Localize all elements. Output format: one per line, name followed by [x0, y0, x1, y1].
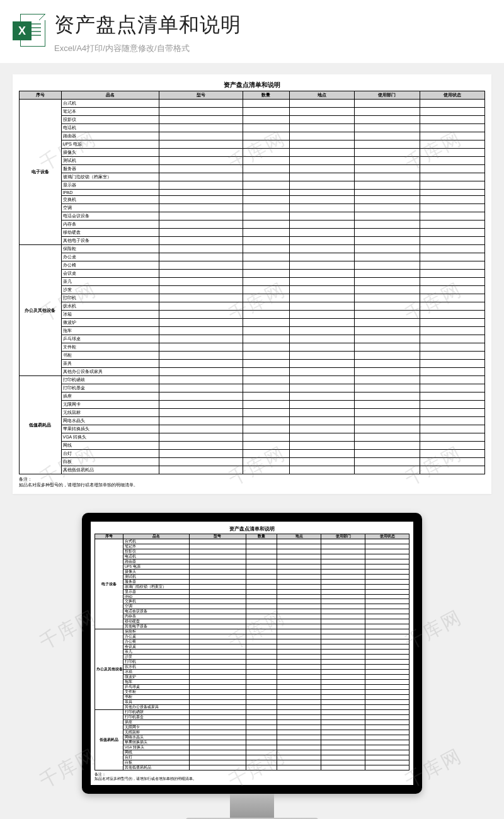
monitor-stand-neck — [230, 794, 274, 818]
page-subtitle: Excel/A4打印/内容随意修改/自带格式 — [54, 43, 491, 54]
empty-cell — [159, 229, 243, 237]
empty-cell — [243, 376, 289, 384]
empty-cell — [420, 392, 485, 401]
empty-cell — [289, 278, 354, 286]
item-name-cell: 打印机墨盒 — [61, 384, 159, 392]
item-name-cell: 打印机硒鼓 — [61, 376, 159, 384]
empty-cell — [365, 570, 410, 575]
empty-cell — [277, 655, 321, 660]
empty-cell — [189, 595, 246, 599]
table-row: 无线鼠标 — [20, 409, 485, 417]
item-name-cell: 白板 — [61, 458, 159, 466]
empty-cell — [243, 132, 289, 140]
table-row: 其他低值易耗品 — [95, 765, 410, 770]
empty-cell — [365, 750, 410, 755]
table-row: 路由器 — [95, 559, 410, 564]
table-row: 摄像头 — [20, 149, 485, 157]
empty-cell — [246, 690, 277, 695]
empty-cell — [189, 639, 246, 644]
empty-cell — [355, 245, 420, 253]
item-name-cell: 插座 — [123, 720, 189, 725]
empty-cell — [277, 660, 321, 665]
table-row: 台灯 — [20, 450, 485, 458]
table-row: 插座 — [95, 720, 410, 725]
empty-cell — [355, 466, 420, 474]
item-name-cell: 其他低值易耗品 — [61, 466, 159, 474]
item-name-cell: 无限网卡 — [123, 725, 189, 730]
item-name-cell: 苹果转换插头 — [61, 425, 159, 433]
empty-cell — [355, 319, 420, 327]
empty-cell — [246, 634, 277, 639]
empty-cell — [246, 720, 277, 725]
empty-cell — [243, 237, 289, 245]
empty-cell — [289, 157, 354, 165]
empty-cell — [277, 564, 321, 570]
empty-cell — [189, 720, 246, 725]
empty-cell — [289, 343, 354, 352]
item-name-cell: 交换机 — [61, 196, 159, 204]
empty-cell — [321, 670, 365, 675]
empty-cell — [246, 650, 277, 655]
table-row: 会议桌 — [20, 270, 485, 278]
empty-cell — [159, 270, 243, 278]
empty-cell — [420, 450, 485, 458]
empty-cell — [355, 311, 420, 319]
empty-cell — [277, 765, 321, 770]
empty-cell — [277, 690, 321, 695]
empty-cell — [289, 212, 354, 220]
empty-cell — [420, 425, 485, 433]
empty-cell — [355, 433, 420, 442]
empty-cell — [321, 695, 365, 700]
empty-cell — [243, 466, 289, 474]
empty-cell — [289, 442, 354, 450]
empty-cell — [289, 352, 354, 360]
item-name-cell: 网络水晶头 — [123, 735, 189, 740]
table-row: 文件柜 — [95, 690, 410, 695]
empty-cell — [246, 765, 277, 770]
empty-cell — [277, 570, 321, 575]
empty-cell — [355, 360, 420, 368]
empty-cell — [246, 685, 277, 690]
item-name-cell: 移动硬盘 — [61, 229, 159, 237]
empty-cell — [277, 675, 321, 680]
empty-cell — [355, 302, 420, 311]
empty-cell — [289, 149, 354, 157]
empty-cell — [246, 564, 277, 570]
empty-cell — [365, 745, 410, 750]
title-block: 资产盘点清单和说明 Excel/A4打印/内容随意修改/自带格式 — [54, 11, 491, 54]
table-row: 书柜 — [20, 352, 485, 360]
category-cell: 电子设备 — [20, 100, 62, 245]
empty-cell — [355, 212, 420, 220]
empty-cell — [365, 539, 410, 544]
item-name-cell: 其他低值易耗品 — [123, 765, 189, 770]
item-name-cell: 服务器 — [123, 580, 189, 585]
table-row: 办公桌 — [95, 634, 410, 639]
item-name-cell: 投影仪 — [123, 549, 189, 554]
empty-cell — [246, 695, 277, 700]
category-cell: 办公及其他设备 — [95, 629, 123, 710]
item-name-cell: UPS 电源 — [61, 140, 159, 149]
table-row: 办公椅 — [20, 261, 485, 270]
item-name-cell: 摄像头 — [61, 149, 159, 157]
table-row: 办公及其他设备保险柜 — [20, 245, 485, 253]
empty-cell — [420, 401, 485, 409]
item-name-cell: 笔记本 — [123, 544, 189, 549]
table-row: 网线 — [20, 442, 485, 450]
empty-cell — [289, 190, 354, 196]
table-row: 笔记本 — [20, 108, 485, 116]
empty-cell — [189, 685, 246, 690]
table-row: 内存条 — [20, 220, 485, 229]
item-name-cell: IPAD — [123, 595, 189, 599]
empty-cell — [189, 609, 246, 614]
empty-cell — [321, 725, 365, 730]
empty-cell — [246, 665, 277, 670]
item-name-cell: 打印机 — [61, 294, 159, 302]
empty-cell — [159, 237, 243, 245]
empty-cell — [159, 360, 243, 368]
empty-cell — [189, 580, 246, 585]
empty-cell — [277, 595, 321, 599]
empty-cell — [420, 335, 485, 343]
empty-cell — [246, 715, 277, 720]
empty-cell — [355, 149, 420, 157]
empty-cell — [189, 700, 246, 705]
